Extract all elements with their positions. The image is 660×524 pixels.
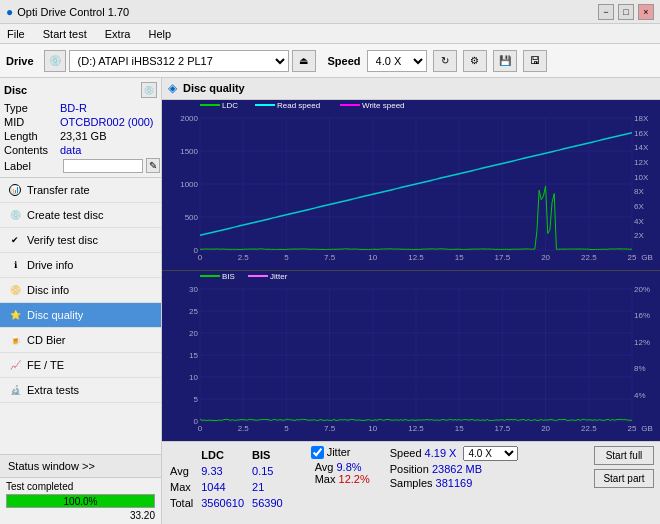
speed-value-stat: 4.19 X (425, 447, 457, 459)
nav-extra-tests-label: Extra tests (27, 384, 79, 396)
save-button[interactable]: 🖫 (523, 50, 547, 72)
stats-avg-bis: 0.15 (252, 464, 289, 478)
status-window-button[interactable]: Status window >> (0, 455, 161, 478)
sidebar: Disc 💿 Type BD-R MID OTCBDR002 (000) Len… (0, 78, 162, 524)
nav-fe-te[interactable]: 📈 FE / TE (0, 353, 161, 378)
contents-value: data (60, 144, 81, 156)
close-button[interactable]: × (638, 4, 654, 20)
titlebar-title: ● Opti Drive Control 1.70 (6, 5, 129, 19)
stats-col-ldc: LDC (201, 448, 250, 462)
start-part-button[interactable]: Start part (594, 469, 654, 488)
content-title: Disc quality (183, 82, 245, 94)
nav-transfer-rate[interactable]: 📊 Transfer rate (0, 178, 161, 203)
stats-total-ldc: 3560610 (201, 496, 250, 510)
progress-bar: 100.0% (6, 494, 155, 508)
disc-panel: Disc 💿 Type BD-R MID OTCBDR002 (000) Len… (0, 78, 161, 178)
nav-extra-tests[interactable]: 🔬 Extra tests (0, 378, 161, 403)
mid-value: OTCBDR002 (000) (60, 116, 154, 128)
content-area: ◈ Disc quality LDC BIS Avg (162, 78, 660, 524)
menu-help[interactable]: Help (145, 27, 174, 41)
speed-select-stat[interactable]: 4.0 X (463, 446, 518, 461)
top-chart (162, 100, 660, 270)
disc-button[interactable]: 💾 (493, 50, 517, 72)
menu-file[interactable]: File (4, 27, 28, 41)
toolbar: Drive 💿 (D:) ATAPI iHBS312 2 PL17 ⏏ Spee… (0, 44, 660, 78)
completed-label: Test completed (6, 481, 155, 492)
jitter-section: Jitter Avg 9.8% Max 12.2% (311, 446, 370, 485)
nav-drive-info-label: Drive info (27, 259, 73, 271)
nav-create-test-disc[interactable]: 💿 Create test disc (0, 203, 161, 228)
bottom-chart-wrapper (162, 271, 660, 441)
nav-transfer-rate-label: Transfer rate (27, 184, 90, 196)
cd-bier-icon: 🍺 (8, 333, 22, 347)
speed-label: Speed (328, 55, 361, 67)
jitter-checkbox[interactable] (311, 446, 324, 459)
status-window-label: Status window >> (8, 460, 95, 472)
charts-area (162, 100, 660, 441)
jitter-max: 12.2% (339, 473, 370, 485)
label-edit-button[interactable]: ✎ (146, 158, 160, 173)
window-controls: − □ × (598, 4, 654, 20)
disc-panel-icon[interactable]: 💿 (141, 82, 157, 98)
start-buttons: Start full Start part (594, 446, 654, 488)
speed-select[interactable]: 4.0 X (367, 50, 427, 72)
stats-panel: LDC BIS Avg 9.33 0.15 Max 1044 21 Total … (162, 441, 660, 524)
settings-button[interactable]: ⚙ (463, 50, 487, 72)
label-input[interactable] (63, 159, 143, 173)
transfer-rate-icon: 📊 (8, 183, 22, 197)
nav-create-test-disc-label: Create test disc (27, 209, 103, 221)
eject-button[interactable]: ⏏ (292, 50, 316, 72)
jitter-checkbox-row: Jitter (311, 446, 370, 459)
progress-text: 100.0% (7, 495, 154, 508)
position-value: 23862 MB (432, 463, 482, 475)
disc-label-label: Label (4, 160, 60, 172)
main-area: Disc 💿 Type BD-R MID OTCBDR002 (000) Len… (0, 78, 660, 524)
stats-avg-ldc: 9.33 (201, 464, 250, 478)
nav-drive-info[interactable]: ℹ Drive info (0, 253, 161, 278)
nav-disc-info[interactable]: 📀 Disc info (0, 278, 161, 303)
drive-info-icon: ℹ (8, 258, 22, 272)
speed-info: Speed 4.19 X 4.0 X Position 23862 MB Sam… (390, 446, 519, 489)
stats-table: LDC BIS Avg 9.33 0.15 Max 1044 21 Total … (168, 446, 291, 512)
nav-verify-test-disc[interactable]: ✔ Verify test disc (0, 228, 161, 253)
samples-label: Samples (390, 477, 433, 489)
drive-select[interactable]: (D:) ATAPI iHBS312 2 PL17 (69, 50, 289, 72)
progress-section: Test completed 100.0% 33.20 (0, 478, 161, 524)
nav-cd-bier[interactable]: 🍺 CD Bier (0, 328, 161, 353)
top-chart-wrapper (162, 100, 660, 271)
stats-max-ldc: 1044 (201, 480, 250, 494)
nav-disc-info-label: Disc info (27, 284, 69, 296)
stats-total-bis: 56390 (252, 496, 289, 510)
content-icon: ◈ (168, 81, 177, 95)
jitter-avg: 9.8% (336, 461, 361, 473)
type-value: BD-R (60, 102, 87, 114)
start-full-button[interactable]: Start full (594, 446, 654, 465)
mid-label: MID (4, 116, 60, 128)
drive-label: Drive (6, 55, 34, 67)
type-label: Type (4, 102, 60, 114)
create-test-disc-icon: 💿 (8, 208, 22, 222)
nav-verify-test-disc-label: Verify test disc (27, 234, 98, 246)
app-title: Opti Drive Control 1.70 (17, 6, 129, 18)
disc-info-icon: 📀 (8, 283, 22, 297)
nav-cd-bier-label: CD Bier (27, 334, 66, 346)
nav-disc-quality[interactable]: ⭐ Disc quality (0, 303, 161, 328)
position-label: Position (390, 463, 429, 475)
minimize-button[interactable]: − (598, 4, 614, 20)
content-header: ◈ Disc quality (162, 78, 660, 100)
nav-items: 📊 Transfer rate 💿 Create test disc ✔ Ver… (0, 178, 161, 454)
menu-start-test[interactable]: Start test (40, 27, 90, 41)
stats-col-bis: BIS (252, 448, 289, 462)
speed-status-value: 33.20 (130, 510, 155, 521)
disc-quality-icon: ⭐ (8, 308, 22, 322)
maximize-button[interactable]: □ (618, 4, 634, 20)
nav-disc-quality-label: Disc quality (27, 309, 83, 321)
jitter-label: Jitter (327, 446, 351, 458)
drive-icon: 💿 (44, 50, 66, 72)
samples-value: 381169 (436, 477, 473, 489)
titlebar: ● Opti Drive Control 1.70 − □ × (0, 0, 660, 24)
menu-extra[interactable]: Extra (102, 27, 134, 41)
nav-fe-te-label: FE / TE (27, 359, 64, 371)
stats-avg-label: Avg (170, 464, 199, 478)
refresh-button[interactable]: ↻ (433, 50, 457, 72)
